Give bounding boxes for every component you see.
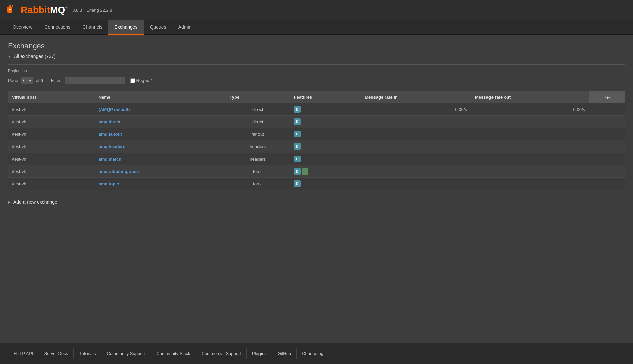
page-select[interactable]: 1 2 3 4 5 6: [21, 77, 33, 84]
footer-link-community-slack[interactable]: Community Slack: [151, 348, 196, 359]
regex-label: Regex: [136, 78, 149, 83]
collapse-arrow-icon: ▼: [8, 55, 11, 58]
nav-channels[interactable]: Channels: [76, 20, 108, 35]
feature-badge: D: [294, 106, 301, 113]
col-features: Features: [290, 91, 361, 103]
footer-link-http-api[interactable]: HTTP API: [8, 348, 39, 359]
exchange-name-link[interactable]: amq.match: [99, 157, 122, 162]
add-exchange-toggle[interactable]: ▶ Add a new exchange: [8, 197, 625, 207]
cell-features: D: [290, 178, 361, 190]
of-pages-text: of 6: [36, 78, 43, 83]
exchange-name-link[interactable]: amq.fanout: [99, 132, 122, 137]
cell-features: D: [290, 140, 361, 153]
cell-virtual-host: /test-vh: [8, 116, 95, 128]
cell-rate-in: [361, 178, 471, 190]
all-exchanges-label: All exchanges (737): [14, 54, 56, 59]
feature-badge: D: [294, 118, 301, 125]
table-row: /test-vhamq.rabbitmq.tracetopicDI: [8, 165, 625, 178]
svg-rect-2: [12, 5, 13, 7]
pagination-label: Pagination: [8, 69, 625, 73]
page-select-wrapper: 1 2 3 4 5 6 ▼: [21, 77, 33, 84]
exchange-name-link[interactable]: amq.topic: [99, 181, 119, 186]
regex-checkbox[interactable]: [130, 78, 135, 83]
cell-features: D: [290, 128, 361, 140]
cell-plus-minus: [589, 103, 625, 116]
nav-queues[interactable]: Queues: [144, 20, 172, 35]
cell-name: amq.headers: [95, 140, 226, 153]
cell-rate-in: [361, 116, 471, 128]
table-row: /test-vhamq.directdirectD: [8, 116, 625, 128]
cell-type: direct: [226, 103, 290, 116]
cell-rate-out: [471, 165, 589, 178]
svg-rect-3: [9, 9, 11, 10]
feature-badge: D: [294, 180, 301, 187]
regex-container: Regex ?: [130, 78, 153, 83]
filter-input[interactable]: [65, 77, 125, 84]
nav-exchanges[interactable]: Exchanges: [108, 20, 143, 35]
col-rate-in: Message rate in: [361, 91, 471, 103]
footer-link-commercial-support[interactable]: Commercial Support: [196, 348, 247, 359]
version-text: 3.8.3: [72, 8, 82, 13]
cell-rate-in: [361, 153, 471, 165]
footer-link-community-support[interactable]: Community Support: [101, 348, 151, 359]
cell-rate-in: 0.00/s: [361, 103, 471, 116]
cell-type: headers: [226, 153, 290, 165]
cell-rate-in: [361, 140, 471, 153]
cell-virtual-host: /test-vh: [8, 128, 95, 140]
col-name: Name: [95, 91, 226, 103]
logo-mq-text: MQ: [50, 5, 65, 15]
cell-virtual-host: /test-vh: [8, 153, 95, 165]
cell-features: D: [290, 103, 361, 116]
footer: HTTP APIServer DocsTutorialsCommunity Su…: [0, 343, 633, 364]
cell-name: amq.topic: [95, 178, 226, 190]
cell-virtual-host: /test-vh: [8, 165, 95, 178]
erlang-text: Erlang 22.2.8: [86, 8, 112, 13]
exchange-name-link[interactable]: (AMQP default): [99, 107, 130, 112]
pagination-controls: Page 1 2 3 4 5 6 ▼ of 6 - Filter: Regex …: [8, 77, 625, 84]
footer-link-plugins[interactable]: Plugins: [247, 348, 272, 359]
feature-badge: D: [294, 168, 301, 175]
cell-type: direct: [226, 116, 290, 128]
col-virtual-host: Virtual host: [8, 91, 95, 103]
footer-link-changelog[interactable]: Changelog: [297, 348, 329, 359]
exchange-name-link[interactable]: amq.rabbitmq.trace: [99, 169, 139, 174]
expand-arrow-icon: ▶: [8, 200, 11, 204]
cell-rate-in: [361, 128, 471, 140]
table-row: /test-vhamq.matchheadersD: [8, 153, 625, 165]
logo-text: RabbitMQ™: [21, 5, 68, 15]
exchange-name-link[interactable]: amq.direct: [99, 119, 121, 124]
cell-rate-out: 0.00/s: [471, 103, 589, 116]
feature-badge: D: [294, 156, 301, 162]
cell-plus-minus: [589, 153, 625, 165]
nav-connections[interactable]: Connections: [38, 20, 76, 35]
table-row: /test-vhamq.fanoutfanoutD: [8, 128, 625, 140]
cell-plus-minus: [589, 140, 625, 153]
all-exchanges-toggle[interactable]: ▼ All exchanges (737): [8, 54, 625, 59]
feature-badge: D: [294, 143, 301, 150]
exchanges-table: Virtual host Name Type Features Message …: [8, 91, 625, 190]
nav-admin[interactable]: Admin: [172, 20, 198, 35]
footer-link-server-docs[interactable]: Server Docs: [39, 348, 74, 359]
pagination-section: Pagination Page 1 2 3 4 5 6 ▼ of 6 - Fil…: [8, 64, 625, 84]
table-header-row: Virtual host Name Type Features Message …: [8, 91, 625, 103]
rabbitmq-logo-icon: [7, 4, 19, 16]
cell-rate-out: [471, 178, 589, 190]
main-nav: Overview Connections Channels Exchanges …: [0, 20, 633, 35]
footer-link-github[interactable]: GitHub: [272, 348, 297, 359]
cell-virtual-host: /test-vh: [8, 103, 95, 116]
cell-rate-out: [471, 116, 589, 128]
cell-plus-minus: [589, 128, 625, 140]
cell-plus-minus: [589, 116, 625, 128]
nav-overview[interactable]: Overview: [7, 20, 38, 35]
footer-link-tutorials[interactable]: Tutorials: [74, 348, 101, 359]
regex-help-icon[interactable]: ?: [150, 79, 152, 83]
logo-rabbit-text: Rabbit: [21, 5, 50, 15]
cell-virtual-host: /test-vh: [8, 140, 95, 153]
cell-type: fanout: [226, 128, 290, 140]
col-rate-out: Message rate out: [471, 91, 589, 103]
logo[interactable]: RabbitMQ™ 3.8.3 Erlang 22.2.8: [7, 4, 112, 16]
cell-rate-out: [471, 153, 589, 165]
exchange-name-link[interactable]: amq.headers: [99, 144, 125, 149]
cell-type: topic: [226, 165, 290, 178]
cell-rate-out: [471, 128, 589, 140]
